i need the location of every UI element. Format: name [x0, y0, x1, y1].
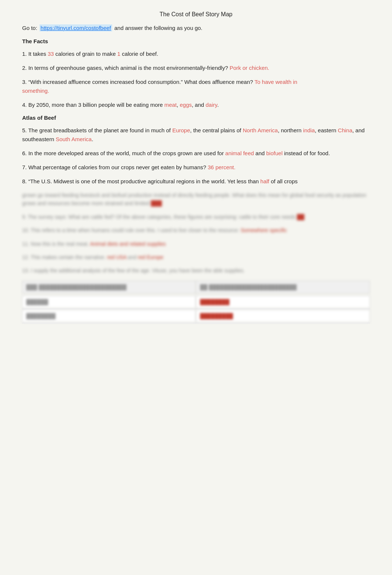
q1-highlight2: 1 — [117, 51, 120, 57]
q1-highlight1: 33 — [48, 51, 54, 57]
q3-text-before: “With increased affluence comes increase… — [28, 79, 253, 85]
question-8: 8. “The U.S. Midwest is one of the most … — [22, 177, 370, 186]
q6-text-before: In the more developed areas of the world… — [28, 150, 226, 156]
blurred-section-1: grown go toward feeding livestock and bi… — [22, 191, 370, 208]
question-4: 4. By 2050, more than 3 billion people w… — [22, 101, 370, 109]
goto-line: Go to: https://tinyurl.com/costofbeef an… — [22, 24, 370, 31]
q8-text-after: of all crops — [269, 178, 298, 184]
goto-link[interactable]: https://tinyurl.com/costofbeef — [39, 24, 112, 31]
q6-text-after: instead of for food. — [282, 150, 330, 156]
section-facts-heading: The Facts — [22, 38, 370, 44]
q5-highlight3: india — [303, 127, 315, 133]
q7-text-before: What percentage of calories from our cro… — [28, 164, 208, 170]
q3-highlight2: something. — [22, 88, 49, 94]
table-header-col2: ██ ████████████████████████ — [196, 281, 370, 293]
q8-number: 8. — [22, 178, 27, 184]
question-7: 7. What percentage of calories from our … — [22, 163, 370, 172]
blurred-section-6: 13. I supply the additional analysis of … — [22, 266, 370, 275]
question-2: 2. In terms of greenhouse gases, which a… — [22, 64, 370, 72]
section-atlas-heading: Atlas of Beef — [22, 115, 370, 121]
q4-highlight3: dairy — [206, 102, 217, 108]
q8-text-before: “The U.S. Midwest is one of the most pro… — [28, 178, 261, 184]
q5-text-mid2: , northern — [278, 127, 303, 133]
q1-text-before: It takes — [28, 51, 48, 57]
blurred-section-3: 10. This refers to a time when humans co… — [22, 226, 370, 234]
q4-text-mid2: , and — [192, 102, 206, 108]
q8-highlight1: half — [260, 178, 269, 184]
q4-text-mid1: , — [177, 102, 180, 108]
q7-number: 7. — [22, 164, 27, 170]
q6-text-mid1: and — [254, 150, 266, 156]
q2-highlight1: Pork or chicken. — [228, 65, 269, 71]
q2-number: 2. — [22, 65, 27, 71]
table-cell-r1c1: ██████ — [22, 296, 196, 308]
q1-text-mid1: calories of grain to make — [54, 51, 117, 57]
question-3: 3. “With increased affluence comes incre… — [22, 78, 370, 95]
q5-text-mid1: , the central plains of — [190, 127, 243, 133]
table-row-1: ██████ ████████ — [22, 296, 370, 308]
q3-highlight1: To have wealth in — [253, 79, 298, 85]
goto-label: Go to: — [22, 25, 37, 31]
q6-highlight1: animal feed — [225, 150, 254, 156]
table-row-2: ████████ █████████ — [22, 310, 370, 322]
q7-highlight1: 36 percent. — [208, 164, 235, 170]
q4-text-before: By 2050, more than 3 billion people will… — [28, 102, 165, 108]
q6-highlight2: biofuel — [266, 150, 282, 156]
q4-text-after: . — [217, 102, 219, 108]
q3-number: 3. — [22, 79, 27, 85]
q5-highlight5: South America — [56, 136, 92, 142]
q4-highlight2: eggs — [180, 102, 192, 108]
table-cell-r2c2: █████████ — [196, 310, 370, 322]
page-title: The Cost of Beef Story Map — [22, 11, 370, 18]
q5-text-mid3: , eastern — [315, 127, 338, 133]
table-header-col1: ███ ████████████████████████ — [22, 281, 196, 293]
q5-highlight1: Europe — [172, 127, 190, 133]
q5-number: 5. — [22, 127, 27, 133]
table-cell-r1c2: ████████ — [196, 296, 370, 308]
table-section: ███ ████████████████████████ ██ ████████… — [22, 281, 370, 324]
blurred-section-2: 9. The survey says: What are cattle fed?… — [22, 213, 370, 221]
question-6: 6. In the more developed areas of the wo… — [22, 149, 370, 158]
q1-text-after: calorie of beef. — [120, 51, 158, 57]
q5-highlight4: China — [338, 127, 352, 133]
q4-number: 4. — [22, 102, 27, 108]
q5-text-before: The great breadbaskets of the planet are… — [28, 127, 172, 133]
q1-number: 1. — [22, 51, 27, 57]
table-cell-r2c1: ████████ — [22, 310, 196, 322]
q5-text-after: . — [92, 136, 93, 142]
q4-highlight1: meat — [164, 102, 176, 108]
table-header-row: ███ ████████████████████████ ██ ████████… — [22, 281, 370, 293]
blurred-section-5: 12. This makes certain the narrative. re… — [22, 253, 370, 261]
question-1: 1. It takes 33 calories of grain to make… — [22, 50, 370, 58]
blurred-section-4: 11. Now this is the real meat. Animal di… — [22, 240, 370, 248]
question-5: 5. The great breadbaskets of the planet … — [22, 126, 370, 144]
goto-suffix: and answer the following as you go. — [114, 25, 202, 31]
q6-number: 6. — [22, 150, 27, 156]
q2-text-before: In terms of greenhouse gases, which anim… — [28, 65, 228, 71]
q5-highlight2: North America — [243, 127, 278, 133]
